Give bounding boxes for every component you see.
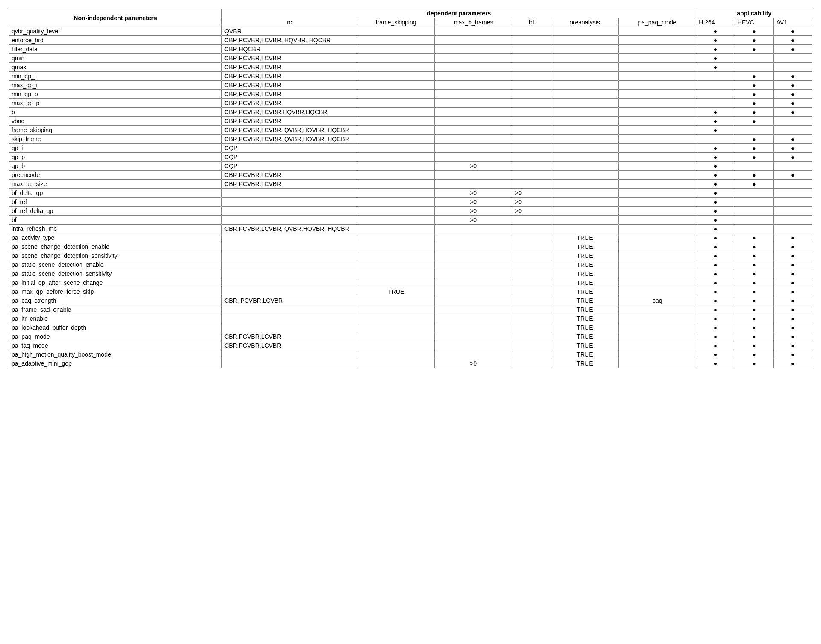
cell-pa-paq-mode (619, 54, 696, 63)
cell-pa-paq-mode (619, 72, 696, 81)
table-row: pa_ltr_enableTRUE●●● (9, 314, 812, 323)
cell-param-name: max_au_size (9, 180, 222, 189)
cell-preanalysis (551, 54, 618, 63)
cell-max-b-frames: >0 (435, 198, 512, 207)
cell-hevc (735, 216, 774, 225)
cell-bf: >0 (512, 207, 551, 216)
cell-hevc: ● (735, 108, 774, 117)
cell-av1 (774, 207, 812, 216)
cell-av1 (774, 189, 812, 198)
cell-param-name: qvbr_quality_level (9, 27, 222, 36)
cell-hevc: ● (735, 314, 774, 323)
cell-frame-skipping (357, 207, 435, 216)
cell-h264: ● (696, 198, 735, 207)
cell-bf (512, 260, 551, 269)
cell-max-b-frames (435, 99, 512, 108)
cell-max-b-frames (435, 341, 512, 350)
cell-h264: ● (696, 153, 735, 162)
cell-pa-paq-mode (619, 332, 696, 341)
table-row: qp_iCQP●●● (9, 144, 812, 153)
cell-bf (512, 314, 551, 323)
cell-bf (512, 305, 551, 314)
cell-av1: ● (774, 81, 812, 90)
table-row: pa_paq_modeCBR,PCVBR,LCVBRTRUE●●● (9, 332, 812, 341)
table-body: qvbr_quality_levelQVBR●●●enforce_hrdCBR,… (9, 27, 812, 368)
cell-bf (512, 162, 551, 171)
cell-rc: CBR,PCVBR,LCVBR (222, 171, 357, 180)
cell-h264 (696, 81, 735, 90)
cell-bf: >0 (512, 198, 551, 207)
cell-max-b-frames (435, 63, 512, 72)
cell-param-name: qmin (9, 54, 222, 63)
cell-rc: CQP (222, 162, 357, 171)
cell-pa-paq-mode (619, 36, 696, 45)
table-row: intra_refresh_mbCBR,PCVBR,LCVBR, QVBR,HQ… (9, 225, 812, 233)
cell-pa-paq-mode (619, 287, 696, 296)
cell-frame-skipping (357, 81, 435, 90)
cell-preanalysis (551, 81, 618, 90)
cell-frame-skipping (357, 45, 435, 54)
cell-pa-paq-mode (619, 233, 696, 242)
cell-av1 (774, 63, 812, 72)
cell-max-b-frames (435, 81, 512, 90)
cell-bf (512, 45, 551, 54)
cell-bf (512, 72, 551, 81)
cell-hevc (735, 54, 774, 63)
cell-hevc: ● (735, 323, 774, 332)
cell-hevc (735, 189, 774, 198)
cell-h264 (696, 90, 735, 99)
table-row: qvbr_quality_levelQVBR●●● (9, 27, 812, 36)
cell-frame-skipping (357, 90, 435, 99)
cell-param-name: bf (9, 216, 222, 225)
cell-hevc (735, 198, 774, 207)
cell-param-name: b (9, 108, 222, 117)
cell-pa-paq-mode (619, 189, 696, 198)
cell-h264: ● (696, 162, 735, 171)
cell-h264: ● (696, 296, 735, 305)
cell-rc: CQP (222, 144, 357, 153)
cell-bf (512, 225, 551, 233)
cell-h264: ● (696, 117, 735, 126)
cell-hevc: ● (735, 72, 774, 81)
cell-rc: CBR, PCVBR,LCVBR (222, 296, 357, 305)
header-dependent: dependent parameters (222, 9, 696, 18)
cell-param-name: pa_ltr_enable (9, 314, 222, 323)
cell-frame-skipping (357, 72, 435, 81)
cell-hevc (735, 225, 774, 233)
cell-h264: ● (696, 359, 735, 368)
cell-h264: ● (696, 171, 735, 180)
table-row: bf_ref_delta_qp>0>0● (9, 207, 812, 216)
cell-rc: CBR,PCVBR,LCVBR (222, 99, 357, 108)
table-row: pa_adaptive_mini_gop>0TRUE●●● (9, 359, 812, 368)
cell-frame-skipping (357, 54, 435, 63)
cell-h264: ● (696, 207, 735, 216)
cell-rc: CBR,PCVBR,LCVBR (222, 180, 357, 189)
cell-frame-skipping (357, 117, 435, 126)
cell-rc (222, 314, 357, 323)
table-row: pa_static_scene_detection_sensitivityTRU… (9, 269, 812, 278)
cell-av1 (774, 162, 812, 171)
cell-hevc: ● (735, 233, 774, 242)
cell-frame-skipping (357, 126, 435, 135)
header-h264: H.264 (696, 18, 735, 27)
cell-frame-skipping (357, 233, 435, 242)
cell-av1: ● (774, 27, 812, 36)
cell-hevc: ● (735, 81, 774, 90)
cell-hevc: ● (735, 180, 774, 189)
cell-hevc: ● (735, 278, 774, 287)
cell-preanalysis: TRUE (551, 350, 618, 359)
cell-max-b-frames (435, 153, 512, 162)
cell-bf (512, 269, 551, 278)
cell-param-name: bf_ref_delta_qp (9, 207, 222, 216)
cell-rc (222, 207, 357, 216)
cell-preanalysis (551, 63, 618, 72)
cell-frame-skipping (357, 332, 435, 341)
cell-preanalysis (551, 144, 618, 153)
cell-h264 (696, 99, 735, 108)
cell-param-name: pa_initial_qp_after_scene_change (9, 278, 222, 287)
header-hevc: HEVC (735, 18, 774, 27)
cell-max-b-frames (435, 225, 512, 233)
cell-h264: ● (696, 260, 735, 269)
cell-max-b-frames (435, 72, 512, 81)
cell-param-name: enforce_hrd (9, 36, 222, 45)
